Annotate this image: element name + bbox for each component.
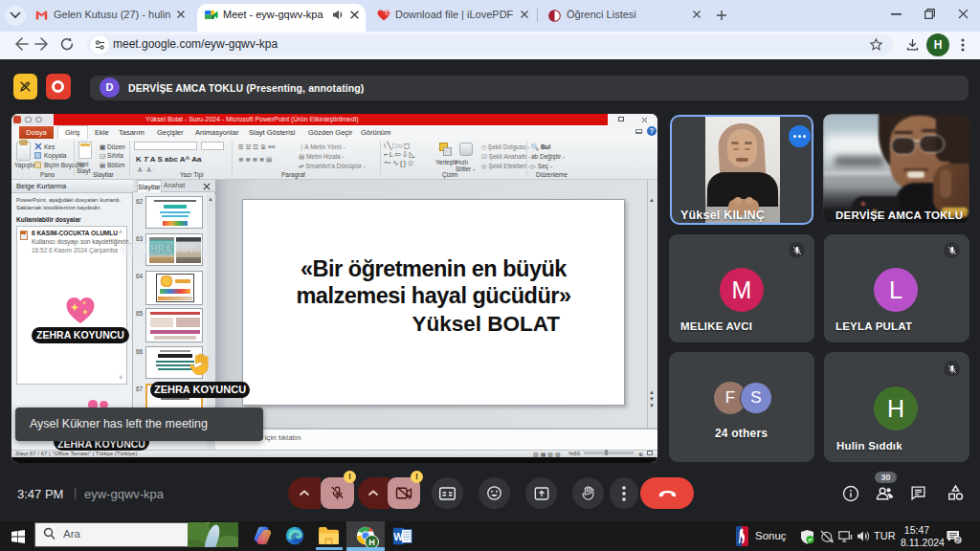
svg-text:W: W bbox=[393, 531, 403, 542]
svg-text:2: 2 bbox=[956, 536, 961, 544]
